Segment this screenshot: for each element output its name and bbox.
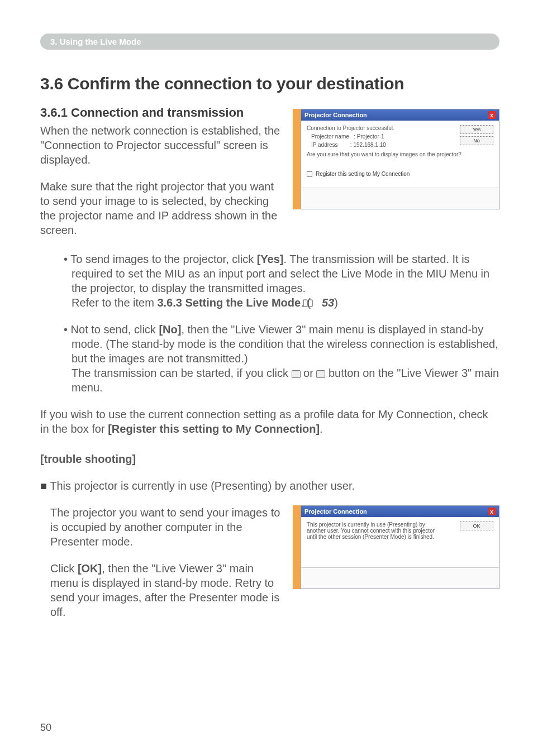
intro-paragraph-2: Make sure that the right projector that … [40, 179, 284, 237]
no-button[interactable]: No [460, 136, 493, 145]
connection-success-dialog: Projector Connection x Yes No Connection… [301, 109, 499, 209]
book-icon [311, 296, 321, 304]
page-title: 3.6 Confirm the connection to your desti… [40, 74, 499, 93]
ip-address-label: IP address [311, 142, 338, 148]
projector-in-use-dialog: Projector Connection x OK This projector… [301, 505, 499, 589]
projector-name-label: Projector name [311, 133, 349, 140]
ts-paragraph-1: The projector you want to send your imag… [50, 505, 282, 549]
register-checkbox[interactable] [307, 171, 312, 177]
dialog-footer [301, 567, 499, 588]
register-checkbox-label: Register this setting to My Connection [316, 171, 410, 177]
projector-name-value: : Projector-1 [354, 133, 384, 140]
section-bar: 3. Using the Live Mode [40, 34, 499, 50]
ok-button[interactable]: OK [460, 521, 493, 530]
register-note: If you wish to use the current connectio… [40, 407, 499, 436]
ip-address-value: : 192.168.1.10 [350, 142, 386, 148]
intro-paragraph-1: When the network connection is establish… [40, 123, 284, 167]
dialog-confirm-text: Are you sure that you want to display im… [307, 151, 493, 157]
dialog-title: Projector Connection [304, 112, 367, 118]
dialog-accent-bar [293, 109, 301, 209]
dialog-footer [301, 188, 499, 209]
dialog-accent-bar [293, 505, 301, 589]
troubleshooting-heading: [trouble shooting] [40, 452, 499, 466]
svg-rect-1 [308, 300, 312, 307]
subsection-heading: 3.6.1 Connection and transmission [40, 106, 284, 120]
bullet-no: • Not to send, click [No], then the "Liv… [64, 322, 499, 395]
yes-button[interactable]: Yes [460, 125, 493, 134]
ts-paragraph-2: Click [OK], then the "Live Viewer 3" mai… [50, 561, 282, 619]
page-number: 50 [40, 722, 51, 734]
close-icon[interactable]: x [488, 111, 496, 119]
ts-bullet: This projector is currently in use (Pres… [40, 479, 499, 493]
display-icon [316, 370, 325, 378]
play-icon [292, 370, 301, 378]
bullet-yes: • To send images to the projector, click… [64, 252, 499, 310]
svg-rect-0 [303, 300, 307, 307]
dialog-message: This projector is currently in use (Pres… [307, 521, 441, 540]
close-icon[interactable]: x [488, 508, 496, 515]
dialog-title: Projector Connection [304, 508, 367, 515]
